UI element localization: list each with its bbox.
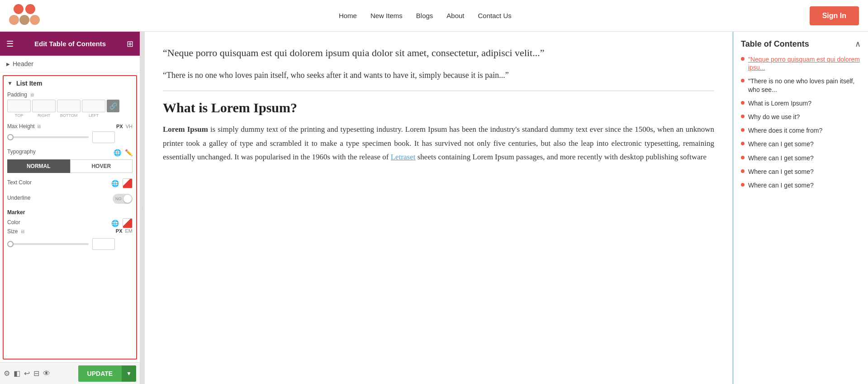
typography-icons: 🌐 ✏️	[114, 149, 133, 156]
nav-blogs[interactable]: Blogs	[416, 12, 433, 19]
underline-label: Underline	[7, 195, 30, 201]
content-heading: What is Lorem Ipsum?	[163, 100, 714, 115]
text-color-prop: Text Color 🌐	[7, 178, 133, 188]
marker-size-slider-row	[7, 238, 133, 250]
update-button[interactable]: UPDATE	[78, 365, 122, 382]
underline-toggle-label: NO	[115, 197, 122, 201]
main-layout: ☰ Edit Table of Contents ⊞ ▶ Header ▼ Li…	[0, 32, 868, 384]
logo-dots	[9, 3, 41, 28]
text-color-swatch[interactable]	[123, 178, 133, 188]
padding-right-input[interactable]	[32, 100, 56, 112]
nav-contact[interactable]: Contact Us	[478, 12, 512, 19]
resize-handle[interactable]: ⋮	[140, 32, 145, 384]
nav-home[interactable]: Home	[339, 12, 357, 19]
toc-header-row: Table of Contents ∧	[741, 39, 861, 49]
tree-header-label: Header	[13, 60, 33, 67]
bottom-toolbar: ⚙ ◧ ↩ ⊟ 👁 UPDATE ▼	[0, 362, 140, 384]
list-item-section-title: List Item	[16, 80, 43, 87]
marker-color-globe-icon[interactable]: 🌐	[111, 220, 119, 227]
unit-vh[interactable]: VH	[126, 124, 133, 129]
toc-item-3: Why do we use it?	[741, 113, 861, 121]
max-height-slider[interactable]	[7, 136, 89, 138]
padding-link-button[interactable]: 🔗	[107, 100, 119, 112]
quote-2: “There is no one who loves pain itself, …	[163, 69, 714, 82]
logo-dot-3	[9, 15, 19, 25]
toc-link-0[interactable]: "Neque porro quisquam est qui dolorem ip…	[748, 55, 861, 72]
typography-prop: Typography 🌐 ✏️ NORMAL HOVER	[7, 149, 133, 173]
unit-px[interactable]: PX	[116, 124, 123, 129]
marker-size-units: PX EM	[116, 228, 133, 236]
marker-color-row: Color 🌐	[7, 218, 133, 228]
marker-color-icons: 🌐	[111, 218, 133, 228]
undo-icon[interactable]: ↩	[24, 369, 30, 378]
quote-1: “Neque porro quisquam est qui dolorem ip…	[163, 45, 714, 60]
toc-title: Table of Contents	[741, 39, 809, 49]
nav-new-items[interactable]: New Items	[370, 12, 403, 19]
max-height-label-row: Max Height 🖥 PX VH	[7, 123, 133, 130]
content-divider	[163, 91, 714, 91]
max-height-input[interactable]	[92, 131, 115, 143]
toc-bullet-7	[741, 169, 745, 173]
max-height-prop: Max Height 🖥 PX VH	[7, 123, 133, 143]
update-arrow-button[interactable]: ▼	[122, 365, 136, 382]
max-height-monitor-icon: 🖥	[36, 124, 41, 129]
underline-toggle-knob	[123, 195, 132, 203]
marker-color-swatch[interactable]	[123, 218, 133, 228]
layers-icon[interactable]: ◧	[14, 369, 20, 378]
padding-inputs-row: 🔗	[7, 100, 133, 112]
panel-header: ☰ Edit Table of Contents ⊞	[0, 32, 140, 56]
padding-label: Padding 🖥	[7, 91, 133, 98]
toc-collapse-button[interactable]: ∧	[855, 39, 861, 49]
padding-bottom-label: BOTTOM	[57, 113, 81, 118]
padding-top-input[interactable]	[7, 100, 31, 112]
toc-bullet-8	[741, 183, 745, 187]
marker-size-slider[interactable]	[7, 243, 89, 245]
marker-unit-em[interactable]: EM	[125, 228, 133, 236]
marker-heading: Marker	[7, 209, 133, 216]
eye-icon[interactable]: 👁	[43, 370, 50, 378]
toc-item-4: Where does it come from?	[741, 126, 861, 134]
signin-button[interactable]: Sign In	[810, 6, 859, 25]
template-icon[interactable]: ⊟	[33, 369, 39, 378]
toc-bullet-3	[741, 115, 745, 118]
text-color-globe-icon[interactable]: 🌐	[111, 180, 119, 187]
tab-normal-button[interactable]: NORMAL	[7, 159, 70, 173]
marker-size-input[interactable]	[92, 238, 115, 250]
typography-edit-icon[interactable]: ✏️	[125, 149, 133, 156]
toc-text-3: Why do we use it?	[748, 113, 800, 121]
padding-bottom-input[interactable]	[57, 100, 81, 112]
padding-top-label: TOP	[7, 113, 31, 118]
text-color-icons: 🌐	[111, 178, 133, 188]
resize-dots-icon: ⋮	[141, 206, 144, 210]
panel-header-left-icons: ☰	[6, 39, 14, 49]
logo-dot-1	[14, 4, 24, 14]
underline-toggle[interactable]: NO	[113, 194, 133, 204]
section-collapse-icon[interactable]: ▼	[7, 80, 13, 86]
toc-text-2: What is Lorem Ipsum?	[748, 99, 811, 107]
list-item-header-row: ▼ List Item	[7, 80, 133, 87]
tab-hover-button[interactable]: HOVER	[70, 159, 133, 173]
toc-text-8: Where can I get some?	[748, 181, 814, 189]
toc-bullet-0	[741, 57, 745, 61]
tree-header-item[interactable]: ▶ Header	[6, 60, 133, 67]
toc-bullet-2	[741, 101, 745, 105]
toc-text-7: Where can I get some?	[748, 168, 814, 176]
padding-left-input[interactable]	[82, 100, 105, 112]
marker-unit-px[interactable]: PX	[116, 228, 123, 236]
logo-dot-4	[30, 15, 40, 25]
toc-text-1: "There is no one who loves pain itself, …	[748, 77, 861, 93]
grid-icon[interactable]: ⊞	[127, 39, 133, 49]
letraset-link[interactable]: Letraset	[391, 153, 416, 161]
toc-text-6: Where can I get some?	[748, 154, 814, 162]
typography-globe-icon[interactable]: 🌐	[114, 149, 121, 156]
toc-item-0: "Neque porro quisquam est qui dolorem ip…	[741, 55, 861, 72]
list-item-section: ▼ List Item Padding 🖥 🔗 TOP R	[3, 75, 137, 360]
nav-about[interactable]: About	[446, 12, 464, 19]
settings-icon[interactable]: ⚙	[4, 369, 10, 378]
toc-bullet-5	[741, 142, 745, 145]
max-height-units: PX VH	[116, 124, 133, 129]
toc-item-1: "There is no one who loves pain itself, …	[741, 77, 861, 93]
toc-item-8: Where can I get some?	[741, 181, 861, 189]
hamburger-icon[interactable]: ☰	[6, 39, 14, 49]
content-area: “Neque porro quisquam est qui dolorem ip…	[145, 32, 732, 384]
